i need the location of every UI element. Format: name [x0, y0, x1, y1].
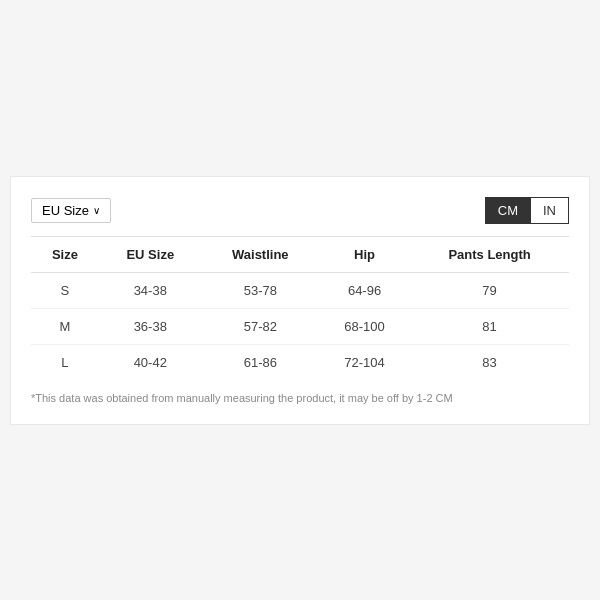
table-cell: 40-42 [99, 344, 202, 380]
table-header: Waistline [202, 236, 319, 272]
table-header: Size [31, 236, 99, 272]
table-cell: 53-78 [202, 272, 319, 308]
table-cell: 34-38 [99, 272, 202, 308]
table-header: Pants Length [410, 236, 569, 272]
table-cell: 57-82 [202, 308, 319, 344]
table-header: EU Size [99, 236, 202, 272]
table-row: L40-4261-8672-10483 [31, 344, 569, 380]
size-chart-container: EU Size ∨ CM IN SizeEU SizeWaistlineHipP… [10, 176, 590, 425]
size-selector-label: EU Size [42, 203, 89, 218]
table-header-row: SizeEU SizeWaistlineHipPants Length [31, 236, 569, 272]
table-cell: 83 [410, 344, 569, 380]
table-cell: 72-104 [319, 344, 410, 380]
footnote: *This data was obtained from manually me… [31, 392, 569, 404]
table-cell: 68-100 [319, 308, 410, 344]
table-cell: 79 [410, 272, 569, 308]
size-table: SizeEU SizeWaistlineHipPants Length S34-… [31, 236, 569, 380]
table-cell: L [31, 344, 99, 380]
table-cell: 81 [410, 308, 569, 344]
size-selector[interactable]: EU Size ∨ [31, 198, 111, 223]
cm-button[interactable]: CM [485, 197, 530, 224]
unit-toggle: CM IN [485, 197, 569, 224]
table-row: M36-3857-8268-10081 [31, 308, 569, 344]
in-button[interactable]: IN [530, 197, 569, 224]
table-cell: S [31, 272, 99, 308]
table-cell: 64-96 [319, 272, 410, 308]
table-cell: M [31, 308, 99, 344]
table-cell: 61-86 [202, 344, 319, 380]
table-row: S34-3853-7864-9679 [31, 272, 569, 308]
chevron-down-icon: ∨ [93, 205, 100, 216]
table-cell: 36-38 [99, 308, 202, 344]
table-header: Hip [319, 236, 410, 272]
top-controls: EU Size ∨ CM IN [31, 197, 569, 224]
